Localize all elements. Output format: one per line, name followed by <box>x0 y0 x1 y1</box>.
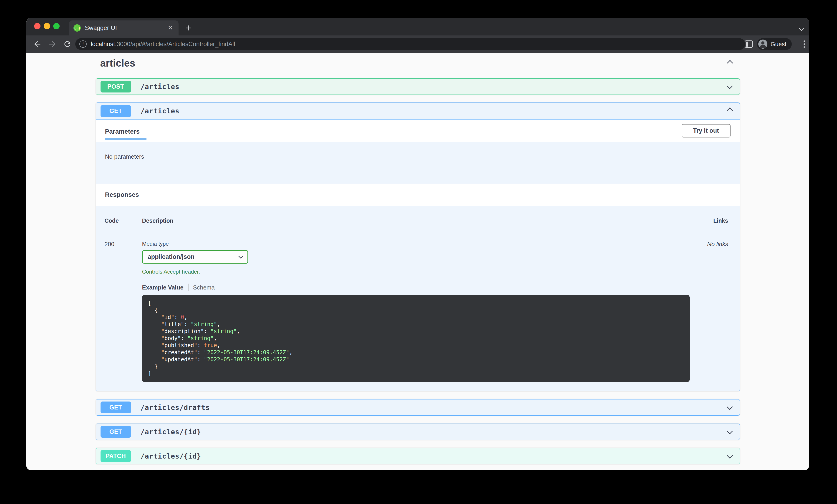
window-maximize-button[interactable] <box>53 23 59 29</box>
browser-menu-button[interactable] <box>799 39 809 49</box>
operation-post-articles[interactable]: POST /articles <box>96 78 740 95</box>
controls-accept-note: Controls Accept header. <box>142 268 690 275</box>
media-type-value: application/json <box>148 254 239 260</box>
browser-window: {…} Swagger UI ✕ + i localhost:3000/api/… <box>26 18 809 470</box>
operation-get-articles-header[interactable]: GET /articles <box>96 103 740 119</box>
window-minimize-button[interactable] <box>44 23 50 29</box>
operation-get-articles-id[interactable]: GET /articles/{id} <box>96 424 740 440</box>
media-type-select[interactable]: application/json <box>142 250 248 264</box>
code-column-header: Code <box>105 218 142 224</box>
new-tab-button[interactable]: + <box>185 22 192 34</box>
example-code-block: [ { "id": 0, "title": "string", "descrip… <box>142 295 690 382</box>
back-arrow-icon <box>33 39 42 49</box>
response-description-cell: Media type application/json Controls Acc… <box>142 241 690 382</box>
tab-title: Swagger UI <box>85 24 167 32</box>
operation-path: /articles/{id} <box>141 452 201 460</box>
no-parameters-text: No parameters <box>96 142 740 184</box>
expand-chevron-icon[interactable] <box>728 429 732 434</box>
operation-get-articles-drafts[interactable]: GET /articles/drafts <box>96 399 740 416</box>
operation-path: /articles <box>141 107 180 115</box>
page-content: articles POST /articles GET /articles Pa… <box>26 53 809 470</box>
tab-close-icon[interactable]: ✕ <box>167 24 174 32</box>
example-schema-tabs: Example Value Schema <box>142 284 690 291</box>
media-type-label: Media type <box>142 241 690 247</box>
section-divider <box>96 74 740 74</box>
method-badge-post: POST <box>101 81 131 92</box>
tag-title: articles <box>100 57 733 69</box>
no-links-text: No links <box>690 241 731 382</box>
expand-chevron-icon[interactable] <box>728 84 732 89</box>
method-badge-patch: PATCH <box>101 450 131 462</box>
url-host: localhost <box>91 41 115 48</box>
operation-path: /articles/drafts <box>141 404 210 412</box>
reload-button[interactable] <box>62 39 73 50</box>
responses-header: Responses <box>96 184 740 206</box>
expand-chevron-icon[interactable] <box>728 405 732 410</box>
collapse-chevron-icon[interactable] <box>728 108 732 114</box>
operation-get-articles-panel: GET /articles Parameters Try it out No p… <box>96 102 740 391</box>
tab-schema[interactable]: Schema <box>193 284 215 291</box>
back-button[interactable] <box>32 39 43 50</box>
tab-divider <box>188 284 189 291</box>
try-it-out-button[interactable]: Try it out <box>682 124 731 137</box>
response-code: 200 <box>105 241 142 382</box>
profile-name: Guest <box>770 41 786 48</box>
browser-tab[interactable]: {…} Swagger UI ✕ <box>69 20 179 35</box>
site-info-icon[interactable]: i <box>79 40 87 48</box>
links-column-header: Links <box>690 218 731 224</box>
parameters-header: Parameters Try it out <box>96 119 740 142</box>
responses-table-head: Code Description Links <box>105 218 731 224</box>
select-chevron-icon <box>238 254 243 259</box>
side-panel-icon[interactable] <box>745 40 753 48</box>
tab-parameters: Parameters <box>105 128 147 140</box>
tab-example-value[interactable]: Example Value <box>142 284 183 291</box>
swagger-favicon-icon: {…} <box>73 24 81 32</box>
tag-section-header[interactable]: articles <box>96 57 740 69</box>
tab-list-chevron-icon[interactable] <box>800 26 804 31</box>
reload-icon <box>63 40 72 49</box>
forward-button[interactable] <box>47 39 58 50</box>
method-badge-get: GET <box>101 402 131 413</box>
operation-patch-articles-id[interactable]: PATCH /articles/{id} <box>96 448 740 464</box>
operation-path: /articles <box>141 83 180 91</box>
table-divider <box>105 232 731 232</box>
url-bar[interactable]: i localhost:3000/api/#/articles/Articles… <box>75 38 745 50</box>
method-badge-get: GET <box>101 426 131 437</box>
window-close-button[interactable] <box>34 23 40 29</box>
method-badge-get: GET <box>101 105 131 117</box>
url-rest: :3000/api/#/articles/ArticlesController_… <box>115 41 235 48</box>
profile-button[interactable]: Guest <box>757 38 792 50</box>
browser-toolbar: i localhost:3000/api/#/articles/Articles… <box>26 35 809 53</box>
side-panel-icon-fill <box>746 42 748 46</box>
tag-collapse-chevron-icon[interactable] <box>728 61 732 66</box>
operation-path: /articles/{id} <box>141 428 201 436</box>
responses-table: Code Description Links 200 Media type ap… <box>96 206 740 391</box>
avatar-icon <box>758 39 767 49</box>
response-row-200: 200 Media type application/json Controls… <box>105 241 731 382</box>
expand-chevron-icon[interactable] <box>728 453 732 459</box>
forward-arrow-icon <box>48 39 57 49</box>
tab-strip: {…} Swagger UI ✕ + <box>26 18 809 35</box>
description-column-header: Description <box>142 218 690 224</box>
url-text: localhost:3000/api/#/articles/ArticlesCo… <box>91 41 235 48</box>
